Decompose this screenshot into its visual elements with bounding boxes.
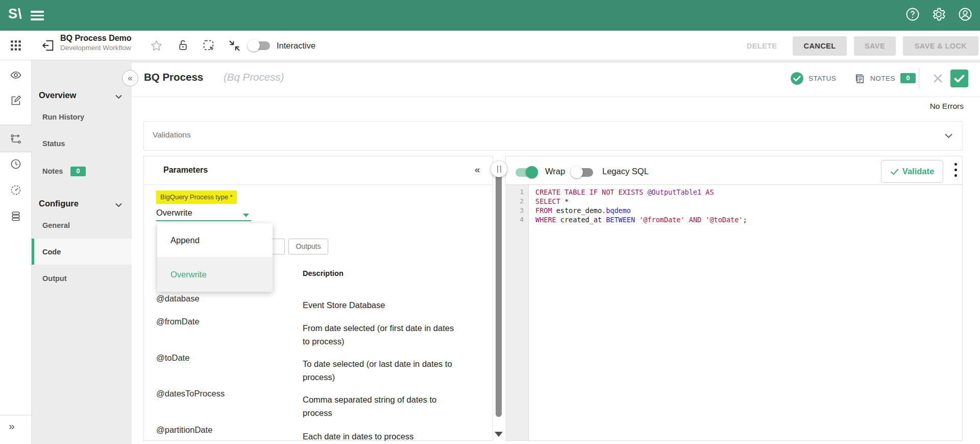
help-icon[interactable] [905,7,920,22]
select-area-icon[interactable] [202,38,216,53]
nav-item-notes[interactable]: Notes [42,167,63,175]
nav-item-output[interactable]: Output [42,274,67,283]
apps-grid-icon[interactable] [9,39,22,52]
status-check-icon [790,72,804,85]
title-divider [132,97,980,97]
save-and-lock-button[interactable]: SAVE & LOCK [903,36,978,56]
param-name: @datesToProcess [156,389,225,399]
interactive-toggle[interactable] [249,41,270,50]
more-options-kebab-icon[interactable] [950,162,961,179]
workflow-title: BQ Process Demo [60,34,132,43]
vertical-scrollbar-thumb[interactable] [496,170,502,417]
nav-item-code[interactable]: Code [42,248,61,256]
wrap-toggle-label: Wrap [545,167,565,176]
outputs-button[interactable]: Outputs [288,239,328,254]
edit-icon[interactable] [10,95,22,107]
confirm-check-button[interactable] [950,69,968,87]
favorite-star-icon[interactable] [150,39,163,53]
page-subtitle: (Bq Process) [224,71,284,83]
collapse-back-button[interactable]: « [122,70,138,86]
param-name: @database [156,294,200,303]
nav-section-configure[interactable]: Configure [39,199,79,208]
param-description: Each date in dates to process [303,430,456,443]
code-editor-area[interactable]: CREATE TABLE IF NOT EXISTS @OutputTable1… [529,185,962,440]
workflow-subtitle: Development Workflow [60,44,131,52]
unlocked-padlock-icon[interactable] [177,39,189,52]
collapse-parameters-icon[interactable]: « [475,164,480,175]
rail-bottom-divider [0,415,32,444]
stack-layers-icon[interactable] [10,210,22,222]
status-button[interactable]: STATUS [808,75,836,82]
exit-workflow-icon[interactable] [41,38,55,53]
param-name: @partitionDate [156,425,212,435]
cancel-button[interactable]: CANCEL [793,36,847,56]
collapse-view-icon[interactable] [228,39,241,53]
history-clock-icon[interactable] [10,158,22,170]
notes-count-badge: 0 [70,167,86,176]
validate-check-icon [890,168,899,175]
nav-item-run-history[interactable]: Run History [42,113,84,121]
line-number: 2 [505,197,524,205]
notes-header-badge: 0 [900,73,916,83]
header-divider [919,68,919,88]
configure-chevron-down-icon[interactable] [115,202,122,207]
select-underline [156,220,251,221]
wrap-toggle[interactable] [516,168,537,177]
legacy-sql-toggle[interactable] [572,168,593,177]
process-type-select[interactable]: Overwrite [156,208,192,218]
validations-chevron-down-icon[interactable] [944,133,953,138]
validations-panel[interactable] [143,121,963,151]
process-type-dropdown-menu: Append Overwrite [157,223,273,292]
menu-option-append[interactable]: Append [157,223,273,257]
icon-rail [0,60,32,444]
no-errors-status: No Errors [863,102,964,111]
param-description: Comma separated string of dates to proce… [303,393,456,419]
app-screen: S\ BQ Process D [0,0,980,444]
gauge-icon[interactable] [10,184,22,196]
delete-button[interactable]: DELETE [738,36,786,56]
code-line: WHERE created_at BETWEEN '@fromDate' AND… [535,216,747,224]
nav-item-general[interactable]: General [42,221,70,229]
description-column-header: Description [303,269,344,277]
app-logo[interactable]: S\ [8,6,22,22]
legacy-sql-toggle-label: Legacy SQL [602,167,649,176]
param-description: Event Store Database [303,298,456,312]
settings-gear-icon[interactable] [931,7,946,22]
save-button[interactable]: SAVE [854,36,896,56]
preview-eye-icon[interactable] [10,69,22,81]
top-app-bar: S\ [0,0,980,31]
code-line: FROM estore_demo.bqdemo [535,206,631,215]
code-line: SELECT * [535,197,569,205]
parameters-title: Parameters [163,166,208,175]
toolbar-shadow [0,61,980,64]
overview-chevron-down-icon[interactable] [115,94,122,99]
param-name: @toDate [156,353,189,363]
interactive-toggle-label: Interactive [277,41,315,51]
scroll-down-arrow-icon[interactable] [495,432,503,437]
notes-icon [853,72,866,85]
page-title: BQ Process [144,71,203,83]
line-number: 1 [505,188,524,196]
param-description: From date selected (or first date in dat… [303,321,456,348]
menu-option-overwrite[interactable]: Overwrite [157,257,273,292]
param-description: To date selected (or last date in dates … [303,357,456,384]
param-name: @fromDate [156,317,200,326]
select-dropdown-arrow-icon[interactable] [243,214,249,217]
line-number: 3 [505,206,524,214]
hamburger-menu-icon[interactable] [31,9,44,22]
code-line: CREATE TABLE IF NOT EXISTS @OutputTable1… [535,188,714,196]
nav-item-status[interactable]: Status [42,139,65,148]
pipeline-flow-icon[interactable] [10,133,22,145]
validate-button-label: Validate [902,167,934,176]
splitter-drag-handle[interactable] [491,160,507,177]
expand-rail-icon[interactable]: » [9,420,14,432]
close-icon[interactable] [932,73,944,84]
process-type-label: BigQuery Process type * [156,191,237,204]
nav-section-overview[interactable]: Overview [39,90,76,100]
validations-label: Validations [153,130,191,139]
account-icon[interactable] [958,7,973,22]
validate-button[interactable]: Validate [881,160,943,183]
line-number-gutter: 1 2 3 4 [505,185,529,440]
line-number: 4 [505,216,524,223]
notes-button[interactable]: NOTES [870,75,895,82]
